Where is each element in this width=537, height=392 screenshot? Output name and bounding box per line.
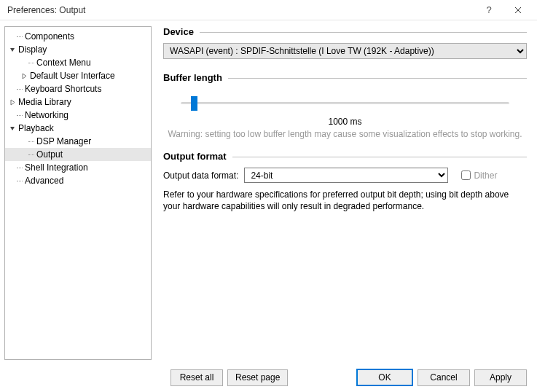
tree-label: DSP Manager: [36, 135, 94, 148]
window-title: Preferences: Output: [7, 5, 474, 15]
buffer-section-title: Buffer length: [163, 72, 228, 83]
button-bar: Reset all Reset page OK Cancel Apply: [0, 364, 537, 392]
tree-item-advanced[interactable]: Advanced: [5, 174, 151, 187]
tree-connector: [17, 36, 23, 37]
tree-label: Keyboard Shortcuts: [25, 82, 104, 95]
tree-connector: [17, 168, 23, 168]
tree-label: Networking: [25, 109, 71, 122]
tree-item-media-library[interactable]: Media Library: [5, 95, 151, 109]
section-divider: [228, 78, 527, 79]
tree-item-context-menu[interactable]: Context Menu: [5, 56, 151, 69]
reset-all-button[interactable]: Reset all: [170, 369, 223, 386]
device-section-title: Device: [163, 26, 200, 37]
tree-item-output[interactable]: Output: [5, 148, 151, 161]
tree-label: Output: [36, 148, 66, 161]
section-divider: [200, 32, 527, 33]
tree-item-dsp-manager[interactable]: DSP Manager: [5, 135, 151, 148]
tree-connector: [17, 89, 23, 90]
tree-label: Shell Integration: [25, 161, 91, 174]
buffer-slider[interactable]: [181, 96, 509, 111]
tree-connector: [28, 154, 34, 155]
tree-connector: [28, 63, 34, 63]
chevron-down-icon[interactable]: [8, 45, 17, 54]
tree-item-playback[interactable]: Playback: [5, 122, 151, 135]
titlebar: Preferences: Output ?: [0, 0, 537, 20]
tree-item-networking[interactable]: Networking: [5, 109, 151, 122]
tree-item-keyboard-shortcuts[interactable]: Keyboard Shortcuts: [5, 82, 151, 95]
help-button[interactable]: ?: [474, 0, 503, 20]
ok-button[interactable]: OK: [356, 369, 413, 386]
format-section-title: Output format: [163, 151, 232, 162]
section-divider: [232, 157, 527, 157]
reset-page-button[interactable]: Reset page: [227, 369, 288, 386]
output-format-note: Refer to your hardware specifications fo…: [163, 189, 527, 212]
buffer-section-header: Buffer length: [163, 72, 527, 83]
tree-label: Media Library: [18, 95, 74, 109]
tree-connector: [28, 141, 34, 142]
sidebar: Components Display Context Menu Default …: [0, 20, 156, 364]
tree-item-shell-integration[interactable]: Shell Integration: [5, 161, 151, 174]
buffer-value-label: 1000 ms: [163, 117, 527, 127]
format-section-header: Output format: [163, 151, 527, 162]
tree-label: Components: [25, 30, 77, 43]
dither-checkbox[interactable]: [461, 170, 471, 180]
device-select[interactable]: WASAPI (event) : SPDIF-Schnittstelle (I …: [163, 43, 527, 59]
tree-item-default-ui[interactable]: Default User Interface: [5, 69, 151, 82]
apply-button[interactable]: Apply: [474, 369, 527, 386]
tree-label: Playback: [18, 122, 57, 135]
tree-label: Advanced: [25, 174, 66, 187]
chevron-down-icon[interactable]: [8, 124, 17, 133]
output-format-select[interactable]: 24-bit: [244, 168, 448, 183]
tree-item-components[interactable]: Components: [5, 30, 151, 43]
dither-label: Dither: [474, 170, 497, 181]
dither-checkbox-wrap[interactable]: Dither: [461, 170, 497, 181]
slider-rail: [181, 102, 509, 104]
device-section-header: Device: [163, 26, 527, 37]
tree-connector: [17, 115, 23, 116]
cancel-button[interactable]: Cancel: [418, 369, 470, 386]
output-format-label: Output data format:: [163, 170, 238, 181]
slider-thumb[interactable]: [191, 96, 197, 111]
tree-label: Context Menu: [36, 56, 94, 69]
main-panel: Device WASAPI (event) : SPDIF-Schnittste…: [156, 20, 537, 364]
tree-label: Display: [18, 43, 50, 56]
buffer-warning-text: Warning: setting too low buffer length m…: [163, 129, 527, 139]
tree-item-display[interactable]: Display: [5, 43, 151, 56]
chevron-right-icon[interactable]: [20, 71, 28, 80]
tree-connector: [17, 181, 23, 181]
close-icon: [514, 7, 522, 14]
tree-label: Default User Interface: [30, 69, 118, 82]
tree: Components Display Context Menu Default …: [4, 26, 152, 360]
close-button[interactable]: [503, 0, 533, 20]
chevron-right-icon[interactable]: [8, 98, 17, 106]
